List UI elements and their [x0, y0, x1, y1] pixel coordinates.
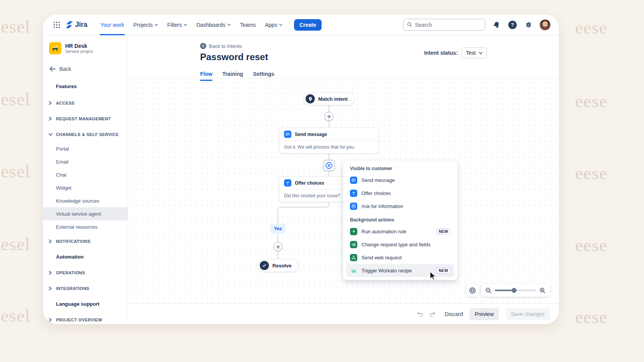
watermark-text: esel	[1, 305, 30, 326]
create-button[interactable]: Create	[294, 19, 322, 31]
user-avatar[interactable]	[540, 20, 550, 30]
main-content: Back to Intents Password reset Flow Trai…	[128, 35, 559, 324]
settings-gear-icon[interactable]	[524, 20, 534, 30]
preview-button[interactable]: Preview	[470, 308, 499, 320]
offer-choices-title: Offer choices	[295, 180, 324, 186]
sidebar-section-access[interactable]: ACCESS	[43, 95, 128, 111]
mouse-cursor	[429, 271, 438, 281]
menu-item-send-message[interactable]: Send message	[346, 174, 454, 187]
send-message-icon	[350, 177, 357, 184]
new-badge: NEW	[436, 267, 450, 274]
send-message-node[interactable]: Send message Got it. We will process tha…	[279, 128, 379, 154]
sidebar-section-integrations[interactable]: INTEGRATIONS	[43, 280, 128, 296]
menu-heading-background: Background actions	[346, 213, 454, 225]
chevron-down-icon	[279, 24, 283, 26]
chevron-down-icon	[184, 24, 187, 26]
menu-item-ask-for-information[interactable]: Ask for information	[346, 200, 454, 213]
send-message-icon	[284, 131, 291, 138]
app-switcher-icon[interactable]	[51, 20, 62, 30]
chevron-right-icon	[49, 318, 52, 322]
project-avatar-icon	[49, 42, 61, 54]
menu-item-run-automation-rule[interactable]: Run automation rule NEW	[346, 225, 454, 238]
sidebar-section-request-management[interactable]: REQUEST MANAGEMENT	[43, 111, 128, 126]
sidebar-item-email[interactable]: Email	[43, 155, 128, 168]
web-request-icon	[350, 254, 357, 261]
sidebar-item-portal[interactable]: Portal	[43, 142, 128, 155]
match-intent-icon	[306, 94, 315, 103]
resolve-label: Resolve	[273, 263, 292, 269]
branch-yes-label[interactable]: Yes	[270, 224, 286, 234]
menu-item-trigger-workato-recipe[interactable]: w Trigger Workato recipe NEW	[346, 264, 454, 277]
watermark-text: eese	[575, 17, 608, 38]
chevron-down-icon	[49, 133, 53, 136]
add-step-button-bottom[interactable]	[273, 242, 283, 251]
sidebar-item-language-support[interactable]: Language support	[43, 296, 128, 312]
nav-filters[interactable]: Filters	[163, 15, 192, 35]
action-menu: Visible to customer Send message Offer c…	[343, 161, 457, 280]
send-message-title: Send message	[295, 132, 327, 137]
discard-button[interactable]: Discard	[445, 311, 463, 317]
watermark-text: esel	[1, 89, 30, 110]
search-input[interactable]	[415, 22, 481, 28]
nav-dashboards[interactable]: Dashboards	[192, 15, 235, 35]
jira-logo[interactable]: Jira	[65, 21, 87, 29]
menu-item-change-request-type[interactable]: Change request type and fields	[346, 238, 454, 251]
jira-logo-icon	[65, 21, 73, 29]
workato-icon: w	[350, 267, 357, 274]
zoom-control	[481, 284, 550, 297]
nav-projects[interactable]: Projects	[129, 15, 163, 35]
redo-icon[interactable]	[429, 311, 436, 317]
watermark-text: esel	[1, 234, 30, 254]
sidebar-section-notifications[interactable]: NOTIFICATIONS	[43, 233, 128, 249]
close-action-menu-button[interactable]	[324, 160, 334, 171]
sidebar-item-virtual-service-agent[interactable]: Virtual service agent	[43, 207, 128, 220]
sidebar-section-channels-self-service[interactable]: CHANNELS & SELF SERVICE	[43, 126, 128, 142]
chevron-right-icon	[49, 271, 52, 275]
menu-item-send-web-request[interactable]: Send web request	[346, 251, 454, 264]
sidebar: HR Desk Service project Back Features AC…	[43, 35, 128, 324]
add-step-button-top[interactable]	[324, 112, 334, 121]
sidebar-item-chat[interactable]: Chat	[43, 168, 128, 181]
zoom-out-icon[interactable]	[485, 287, 492, 294]
chevron-down-icon	[154, 24, 158, 26]
fit-to-view-button[interactable]	[466, 284, 479, 297]
jira-logo-text: Jira	[75, 21, 87, 29]
zoom-slider[interactable]	[495, 290, 536, 291]
match-intent-node[interactable]: Match intent	[303, 92, 355, 105]
sidebar-features-heading: Features	[43, 84, 128, 92]
zoom-slider-knob[interactable]	[511, 288, 516, 293]
help-icon[interactable]: ?	[508, 20, 518, 30]
intent-status-dropdown[interactable]: Test	[462, 48, 487, 58]
back-arrow-icon	[49, 66, 56, 72]
nav-apps[interactable]: Apps	[260, 15, 287, 35]
automation-rule-icon	[350, 228, 357, 235]
menu-item-offer-choices[interactable]: Offer choices	[346, 187, 454, 200]
project-type: Service project	[65, 49, 93, 54]
new-badge: NEW	[436, 228, 450, 235]
notifications-icon[interactable]	[491, 20, 501, 30]
project-header[interactable]: HR Desk Service project	[43, 41, 128, 55]
chevron-right-icon	[49, 117, 52, 121]
sidebar-section-project-overview[interactable]: PROJECT OVERVIEW	[43, 312, 128, 324]
sidebar-back-button[interactable]: Back	[43, 64, 128, 74]
sidebar-section-operations[interactable]: OPERATIONS	[43, 265, 128, 280]
chevron-right-icon	[49, 287, 52, 290]
sidebar-item-automation[interactable]: Automation	[43, 249, 128, 265]
search-box[interactable]	[403, 19, 485, 31]
save-changes-button[interactable]: Save changes	[506, 308, 550, 320]
top-nav: Jira Your work Projects Filters Dashboar…	[43, 15, 559, 35]
editor-footer: Discard Preview Save changes	[128, 303, 559, 324]
change-request-type-icon	[350, 241, 357, 248]
flow-canvas[interactable]: Match intent Send message Got it. We wil…	[128, 79, 559, 303]
undo-icon[interactable]	[416, 311, 424, 317]
sidebar-item-widget[interactable]: Widget	[43, 181, 128, 194]
chevron-right-icon	[49, 239, 52, 243]
resolve-node[interactable]: Resolve	[258, 259, 299, 272]
sidebar-item-external-resources[interactable]: External resources	[43, 220, 128, 233]
nav-teams[interactable]: Teams	[235, 15, 260, 35]
project-name: HR Desk	[65, 43, 93, 49]
sidebar-item-knowledge-sources[interactable]: Knowledge sources	[43, 194, 128, 207]
nav-your-work[interactable]: Your work	[96, 15, 129, 35]
watermark-text: eese	[575, 91, 608, 111]
zoom-in-icon[interactable]	[539, 287, 546, 294]
